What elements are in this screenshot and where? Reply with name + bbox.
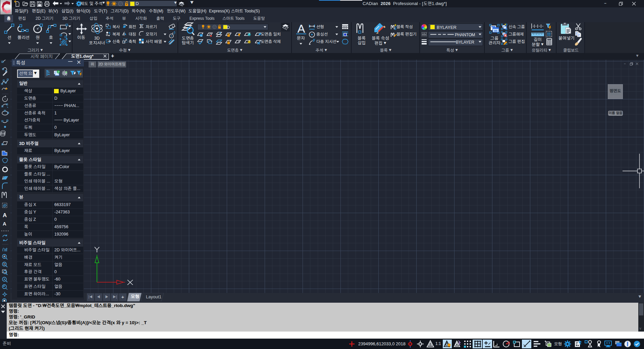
svg-text:A: A bbox=[298, 23, 305, 35]
svg-text:A: A bbox=[3, 221, 6, 227]
svg-text:A: A bbox=[3, 212, 7, 218]
